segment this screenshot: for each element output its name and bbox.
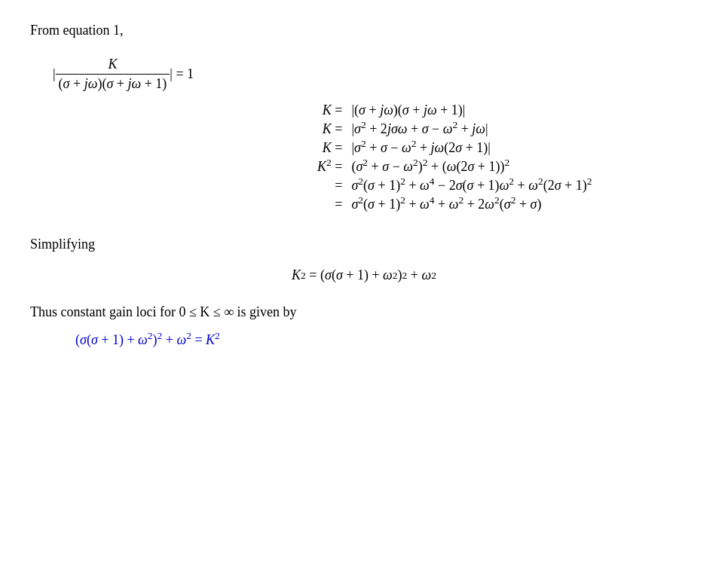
eq-row-2: K = |σ2 + 2jσω + σ − ω2 + jω| [136, 121, 592, 137]
eq-row-3: K = |σ2 + σ − ω2 + jω(2σ + 1)| [136, 140, 592, 156]
lhs-4: K2 = [136, 159, 347, 175]
thus-text: Thus constant gain loci for 0 ≤ K ≤ ∞ is… [30, 304, 698, 320]
eq-row-5: = σ2(σ + 1)2 + ω4 − 2σ(σ + 1)ω2 + ω2(2σ … [136, 178, 592, 194]
numerator: K [56, 56, 170, 75]
rhs-4: (σ2 + σ − ω2)2 + (ω(2σ + 1))2 [347, 159, 509, 175]
intro-text: From equation 1, [30, 23, 698, 38]
lhs-3: K = [136, 140, 347, 156]
lhs-6: = [136, 197, 347, 212]
rhs-1: |(σ + jω)(σ + jω + 1)| [347, 102, 465, 118]
simplifying-label: Simplifying [30, 237, 698, 252]
rhs-5: σ2(σ + 1)2 + ω4 − 2σ(σ + 1)ω2 + ω2(2σ + … [347, 178, 592, 194]
simplified-equation: K2 = (σ(σ + 1) + ω2)2 + ω2 [30, 267, 698, 283]
lhs-2: K = [136, 121, 347, 137]
rhs-2: |σ2 + 2jσω + σ − ω2 + jω| [347, 121, 488, 137]
lhs-5: = [136, 178, 347, 194]
final-equation: (σ(σ + 1) + ω2)2 + ω2 = K2 [30, 332, 698, 348]
eq-row-1: K = |(σ + jω)(σ + jω + 1)| [136, 102, 592, 118]
page-content: From equation 1, | K (σ + jω)(σ + jω + 1… [30, 23, 698, 348]
fraction: K (σ + jω)(σ + jω + 1) [56, 56, 170, 92]
rhs-6: σ2(σ + 1)2 + ω4 + ω2 + 2ω2(σ2 + σ) [347, 197, 541, 212]
denominator: (σ + jω)(σ + jω + 1) [56, 75, 170, 92]
eq-row-4: K2 = (σ2 + σ − ω2)2 + (ω(2σ + 1))2 [136, 159, 592, 175]
eq-row-6: = σ2(σ + 1)2 + ω4 + ω2 + 2ω2(σ2 + σ) [136, 197, 592, 212]
equation-fraction: | K (σ + jω)(σ + jω + 1) | = 1 [30, 56, 698, 92]
abs-right: | = 1 [170, 66, 194, 82]
rhs-3: |σ2 + σ − ω2 + jω(2σ + 1)| [347, 140, 490, 156]
aligned-equations: K = |(σ + jω)(σ + jω + 1)| K = |σ2 + 2jσ… [136, 99, 592, 215]
lhs-1: K = [136, 102, 347, 118]
